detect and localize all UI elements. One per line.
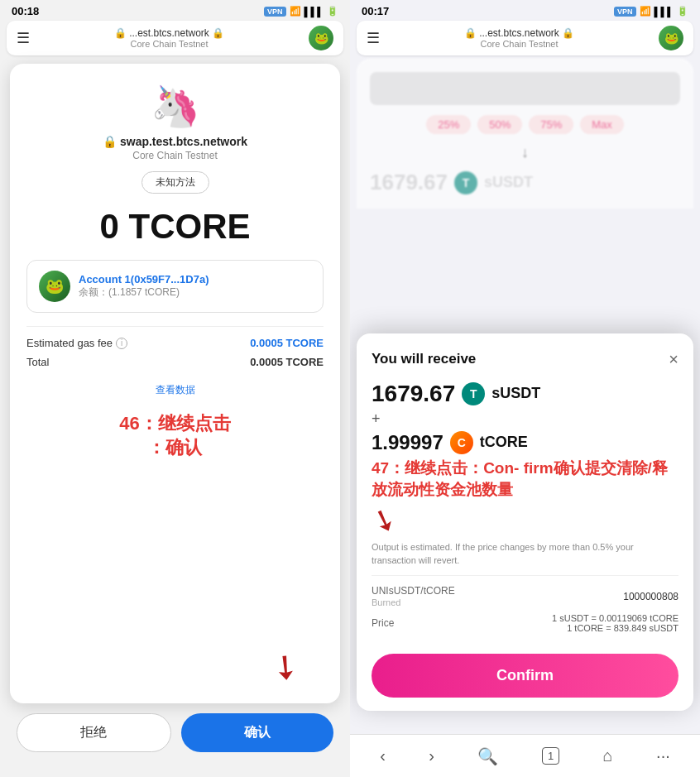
burned-label: Burned	[372, 597, 400, 607]
left-modal-card: 🦄 🔒 swap.test.btcs.network Core Chain Te…	[10, 64, 340, 703]
right-signal-icon: ▌▌▌	[654, 7, 674, 17]
preview-amount: 1679.67	[370, 170, 448, 195]
left-avatar[interactable]: 🐸	[309, 26, 333, 50]
right-url-sub: Core Chain Testnet	[386, 39, 652, 49]
search-nav-button[interactable]: 🔍	[477, 746, 498, 766]
left-menu-icon[interactable]: ☰	[17, 29, 30, 47]
price-row: Price 1 sUSDT = 0.00119069 tCORE 1 tCORE…	[372, 611, 678, 636]
left-wifi-icon: 📶	[290, 6, 301, 17]
susdt-token-icon: T	[462, 382, 485, 405]
gas-fee-row: Estimated gas fee i 0.0005 TCORE	[26, 337, 324, 349]
down-arrow-icon: ↓	[370, 144, 680, 161]
lock-icon: 🔒	[103, 135, 117, 148]
right-url-area: 🔒 ...est.btcs.network 🔒 Core Chain Testn…	[386, 27, 652, 49]
close-button[interactable]: ×	[669, 350, 678, 369]
reject-button[interactable]: 拒绝	[17, 713, 171, 752]
right-browser-bar: ☰ 🔒 ...est.btcs.network 🔒 Core Chain Tes…	[357, 21, 693, 55]
left-url-area: 🔒 ...est.btcs.network 🔒 Core Chain Testn…	[36, 27, 302, 49]
right-panel: 00:17 VPN 📶 ▌▌▌ 🔋 ☰ 🔒 ...est.btcs.networ…	[350, 0, 700, 777]
output-warning: Output is estimated. If the price change…	[372, 541, 678, 567]
popup-header: You will receive ×	[372, 350, 678, 369]
right-status-bar: 00:17 VPN 📶 ▌▌▌ 🔋	[350, 0, 700, 21]
confirm-button[interactable]: Confirm	[372, 654, 678, 698]
arrow-right-icon: ➘	[367, 500, 402, 541]
right-time: 00:17	[362, 5, 389, 17]
bottom-nav: ‹ › 🔍 1 ⌂ ···	[350, 734, 700, 777]
left-bottom-buttons: 拒绝 确认	[0, 703, 350, 777]
left-time: 00:18	[12, 5, 39, 17]
left-vpn-badge: VPN	[264, 7, 286, 17]
account-avatar: 🐸	[39, 271, 70, 302]
popup-modal: You will receive × 1679.67 T sUSDT + 1.9…	[357, 333, 693, 711]
annotation-46: 46：继续点击 ：确认	[119, 412, 230, 459]
amount1-value: 1679.67	[372, 381, 455, 407]
token2-label: tCORE	[480, 434, 528, 451]
unknown-method-button[interactable]: 未知方法	[141, 171, 209, 194]
lp-row: UNIsUSDT/tCORE Burned 1000000808	[372, 583, 678, 611]
price-value1: 1 sUSDT = 0.00119069 tCORE	[552, 613, 678, 623]
more-button[interactable]: ···	[656, 746, 670, 765]
popup-title: You will receive	[372, 351, 476, 367]
tab-count[interactable]: 1	[542, 747, 559, 765]
left-url-text: 🔒 ...est.btcs.network 🔒	[36, 27, 302, 39]
susdt-icon: T	[454, 171, 477, 194]
right-battery-icon: 🔋	[677, 6, 688, 17]
right-url-text: 🔒 ...est.btcs.network 🔒	[386, 27, 652, 39]
back-button[interactable]: ‹	[380, 746, 386, 765]
token1-label: sUSDT	[491, 385, 540, 402]
lp-token-label: UNIsUSDT/tCORE Burned	[372, 585, 455, 608]
tcore-amount: 0 TCORE	[99, 207, 250, 247]
amount2-value: 1.99997	[372, 431, 443, 454]
lp-section: UNIsUSDT/tCORE Burned 1000000808 Price 1…	[372, 575, 678, 642]
right-menu-icon[interactable]: ☰	[367, 29, 380, 47]
forward-button[interactable]: ›	[429, 746, 434, 765]
price-value2: 1 tCORE = 839.849 sUSDT	[552, 623, 678, 633]
unicorn-logo-icon: 🦄	[151, 84, 200, 130]
left-url-sub: Core Chain Testnet	[36, 39, 302, 49]
right-wifi-icon: 📶	[640, 6, 651, 17]
left-panel: 00:18 VPN 📶 ▌▌▌ 🔋 ☰ 🔒 ...est.btcs.networ…	[0, 0, 350, 777]
right-vpn-badge: VPN	[614, 7, 636, 17]
account-box: 🐸 Account 1(0x59F7...1D7a) 余额：(1.1857 tC…	[26, 260, 324, 313]
gas-fee-label: Estimated gas fee	[26, 337, 113, 349]
home-button[interactable]: ⌂	[603, 746, 613, 765]
pct-50: 50%	[477, 115, 522, 134]
left-status-bar: 00:18 VPN 📶 ▌▌▌ 🔋	[0, 0, 350, 21]
pct-25: 25%	[426, 115, 471, 134]
total-value: 0.0005 TCORE	[250, 356, 324, 368]
account-name: Account 1(0x59F7...1D7a)	[79, 273, 209, 285]
right-status-icons: VPN 📶 ▌▌▌ 🔋	[614, 6, 688, 17]
lp-token-value: 1000000808	[623, 591, 678, 602]
percent-buttons: 25% 50% 75% Max	[370, 115, 680, 134]
account-info: Account 1(0x59F7...1D7a) 余额：(1.1857 tCOR…	[79, 273, 209, 300]
left-domain: 🔒 swap.test.btcs.network	[103, 135, 247, 148]
left-network-label: Core Chain Testnet	[132, 150, 218, 161]
tcore-amount-row: 1.99997 C tCORE	[372, 431, 678, 454]
left-signal-icon: ▌▌▌	[304, 7, 324, 17]
fee-section: Estimated gas fee i 0.0005 TCORE Total 0…	[26, 326, 324, 375]
right-avatar[interactable]: 🐸	[659, 26, 683, 50]
pct-75: 75%	[529, 115, 573, 134]
account-balance: 余额：(1.1857 tCORE)	[79, 285, 209, 300]
left-battery-icon: 🔋	[327, 6, 338, 17]
price-values: 1 sUSDT = 0.00119069 tCORE 1 tCORE = 839…	[552, 613, 678, 633]
domain-text: swap.test.btcs.network	[120, 135, 247, 148]
info-icon: i	[116, 338, 127, 349]
price-label: Price	[372, 617, 394, 629]
confirm-left-button[interactable]: 确认	[181, 713, 334, 752]
receive-preview: 1679.67 T sUSDT	[370, 170, 680, 195]
view-data-link[interactable]: 查看数据	[156, 383, 195, 397]
pct-max: Max	[580, 115, 624, 134]
annotation-47: 47：继续点击：Con- firm确认提交清除/释 放流动性资金池数量	[372, 458, 678, 500]
gas-fee-value: 0.0005 TCORE	[250, 337, 324, 349]
total-row: Total 0.0005 TCORE	[26, 356, 324, 368]
plus-sign: +	[372, 410, 678, 428]
fee-label-group: Estimated gas fee i	[26, 337, 127, 349]
blurred-background: 25% 50% 75% Max ↓ 1679.67 T sUSDT	[357, 59, 693, 209]
tcore-token-icon: C	[450, 431, 473, 454]
total-label: Total	[26, 356, 49, 368]
receive-amount-row: 1679.67 T sUSDT	[372, 381, 678, 407]
left-status-icons: VPN 📶 ▌▌▌ 🔋	[264, 6, 338, 17]
left-browser-bar: ☰ 🔒 ...est.btcs.network 🔒 Core Chain Tes…	[7, 21, 343, 55]
preview-token: sUSDT	[484, 174, 533, 191]
